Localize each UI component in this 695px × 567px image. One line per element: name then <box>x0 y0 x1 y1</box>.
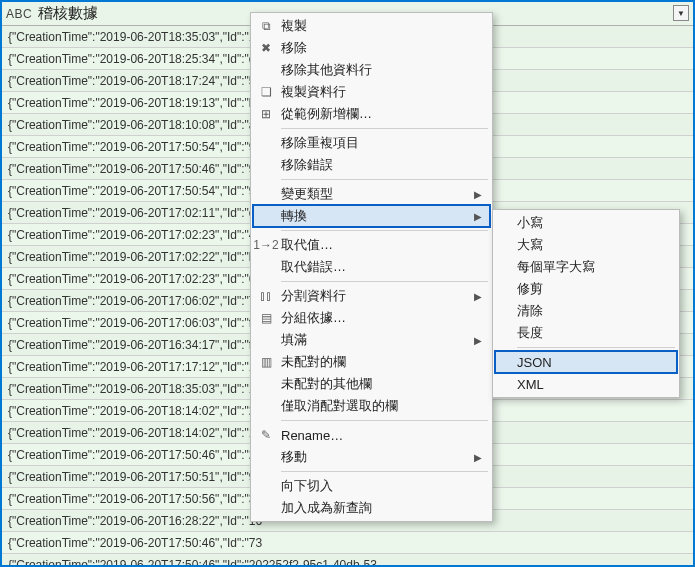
submenu-arrow-icon: ▶ <box>474 335 482 346</box>
submenu-item-label: JSON <box>517 355 552 370</box>
menu-item-label: 移動 <box>281 448 307 466</box>
context-menu: ⧉複製✖移除移除其他資料行❏複製資料行⊞從範例新增欄…移除重複項目移除錯誤變更類… <box>250 12 493 522</box>
submenu-item[interactable]: 修剪 <box>495 278 677 300</box>
submenu-item[interactable]: 大寫 <box>495 234 677 256</box>
replace-icon: 1→2 <box>257 236 275 254</box>
menu-item-label: 複製 <box>281 17 307 35</box>
menu-separator <box>281 179 488 180</box>
menu-item[interactable]: 僅取消配對選取的欄 <box>253 395 490 417</box>
menu-item[interactable]: ⧉複製 <box>253 15 490 37</box>
dup-icon: ❏ <box>257 83 275 101</box>
submenu-arrow-icon: ▶ <box>474 189 482 200</box>
menu-item-label: 未配對的欄 <box>281 353 346 371</box>
menu-item-label: 轉換 <box>281 207 307 225</box>
menu-item-label: 複製資料行 <box>281 83 346 101</box>
column-title: 稽核數據 <box>38 4 98 23</box>
copy-icon: ⧉ <box>257 17 275 35</box>
menu-separator <box>517 347 675 348</box>
menu-item-label: 取代錯誤… <box>281 258 346 276</box>
menu-item-label: 僅取消配對選取的欄 <box>281 397 398 415</box>
data-row[interactable]: {"CreationTime":"2019-06-20T17:50:46","I… <box>2 554 693 567</box>
submenu-item-label: XML <box>517 377 544 392</box>
submenu-item[interactable]: 每個單字大寫 <box>495 256 677 278</box>
submenu-item[interactable]: JSON <box>495 351 677 373</box>
group-icon: ▤ <box>257 309 275 327</box>
menu-item[interactable]: ▥未配對的欄 <box>253 351 490 373</box>
submenu-item[interactable]: 長度 <box>495 322 677 344</box>
column-dropdown-button[interactable]: ▼ <box>673 5 689 21</box>
data-row[interactable]: {"CreationTime":"2019-06-20T17:50:46","I… <box>2 532 693 554</box>
menu-item[interactable]: 變更類型▶ <box>253 183 490 205</box>
menu-item[interactable]: 取代錯誤… <box>253 256 490 278</box>
menu-item-label: 從範例新增欄… <box>281 105 372 123</box>
submenu-item[interactable]: XML <box>495 373 677 395</box>
submenu-item-label: 大寫 <box>517 236 543 254</box>
menu-item-label: 加入成為新查詢 <box>281 499 372 517</box>
submenu-item-label: 清除 <box>517 302 543 320</box>
menu-item-label: 分割資料行 <box>281 287 346 305</box>
column-type-label: ABC <box>6 7 32 21</box>
submenu-item-label: 長度 <box>517 324 543 342</box>
menu-item[interactable]: 1→2取代值… <box>253 234 490 256</box>
menu-item-label: 未配對的其他欄 <box>281 375 372 393</box>
menu-separator <box>281 471 488 472</box>
menu-item[interactable]: 未配對的其他欄 <box>253 373 490 395</box>
menu-item-label: 變更類型 <box>281 185 333 203</box>
menu-item-label: 移除其他資料行 <box>281 61 372 79</box>
menu-item-label: 填滿 <box>281 331 307 349</box>
menu-item[interactable]: 移除重複項目 <box>253 132 490 154</box>
menu-item[interactable]: 加入成為新查詢 <box>253 497 490 519</box>
remove-icon: ✖ <box>257 39 275 57</box>
submenu-item-label: 每個單字大寫 <box>517 258 595 276</box>
unpivot-icon: ▥ <box>257 353 275 371</box>
submenu-arrow-icon: ▶ <box>474 211 482 222</box>
menu-item[interactable]: 移動▶ <box>253 446 490 468</box>
menu-item-label: 移除錯誤 <box>281 156 333 174</box>
menu-item-label: 取代值… <box>281 236 333 254</box>
menu-separator <box>281 420 488 421</box>
menu-item[interactable]: ▤分組依據… <box>253 307 490 329</box>
menu-separator <box>281 230 488 231</box>
submenu-item-label: 小寫 <box>517 214 543 232</box>
example-icon: ⊞ <box>257 105 275 123</box>
submenu-item[interactable]: 清除 <box>495 300 677 322</box>
submenu-arrow-icon: ▶ <box>474 291 482 302</box>
menu-item[interactable]: ❏複製資料行 <box>253 81 490 103</box>
menu-item[interactable]: ⊞從範例新增欄… <box>253 103 490 125</box>
menu-item-label: Rename… <box>281 428 343 443</box>
menu-item[interactable]: 填滿▶ <box>253 329 490 351</box>
menu-item[interactable]: ⫿⫿分割資料行▶ <box>253 285 490 307</box>
menu-item[interactable]: ✖移除 <box>253 37 490 59</box>
menu-item-label: 向下切入 <box>281 477 333 495</box>
menu-item-label: 分組依據… <box>281 309 346 327</box>
menu-separator <box>281 281 488 282</box>
split-icon: ⫿⫿ <box>257 287 275 305</box>
transform-submenu: 小寫大寫每個單字大寫修剪清除長度JSONXML <box>492 209 680 398</box>
submenu-item[interactable]: 小寫 <box>495 212 677 234</box>
menu-item[interactable]: 轉換▶ <box>253 205 490 227</box>
menu-item-label: 移除重複項目 <box>281 134 359 152</box>
menu-item[interactable]: 移除錯誤 <box>253 154 490 176</box>
rename-icon: ✎ <box>257 426 275 444</box>
menu-separator <box>281 128 488 129</box>
submenu-item-label: 修剪 <box>517 280 543 298</box>
menu-item[interactable]: 移除其他資料行 <box>253 59 490 81</box>
menu-item[interactable]: ✎Rename… <box>253 424 490 446</box>
submenu-arrow-icon: ▶ <box>474 452 482 463</box>
menu-item-label: 移除 <box>281 39 307 57</box>
menu-item[interactable]: 向下切入 <box>253 475 490 497</box>
